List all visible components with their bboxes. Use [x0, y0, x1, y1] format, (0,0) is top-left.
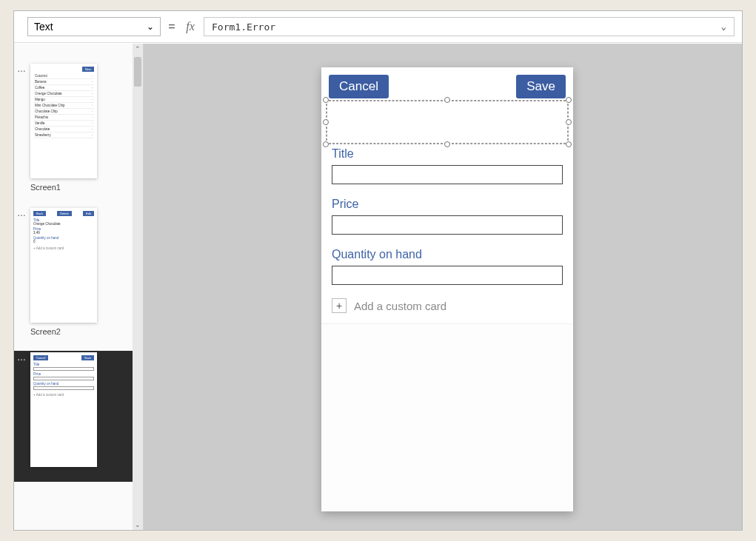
thumbnail-screen1[interactable]: New Coconut›Banana›Coffee›Orange Chocola… [30, 64, 97, 178]
thumb-back-button: Back [33, 211, 46, 216]
thumb-list-item: Mint Chocolate Chip› [33, 103, 94, 109]
plus-icon: + [332, 298, 347, 313]
thumb-list-item: Vanilla› [33, 121, 94, 127]
resize-handle[interactable] [566, 141, 572, 147]
thumb-price-val: 3.49 [33, 231, 94, 235]
resize-handle[interactable] [566, 119, 572, 125]
thumbnail-screen2[interactable]: Back Delete Edit Title Orange Chocolate … [30, 208, 97, 323]
thumbnail-screen2-label: Screen2 [30, 327, 133, 336]
resize-handle[interactable] [323, 141, 329, 147]
thumb3-price-label: Price [33, 372, 94, 376]
phone-screen[interactable]: Cancel Save [321, 67, 573, 511]
thumb3-add-card: + Add a custom card [33, 393, 94, 397]
thumb-list-item: Mango› [33, 97, 94, 103]
thumb-list-item: Orange Chocolate› [33, 91, 94, 97]
formula-bar: Text ⌄ = fx Form1.Error ⌄ [14, 11, 742, 43]
thumbnail-screen1-label: Screen1 [30, 183, 133, 192]
more-icon[interactable]: … [17, 64, 27, 74]
add-card-label: Add a custom card [354, 300, 446, 312]
chevron-down-icon: ⌄ [147, 21, 154, 32]
property-selector[interactable]: Text ⌄ [27, 17, 161, 36]
thumb3-qty-label: Quantity on hand [33, 382, 94, 386]
thumb-list-item: Chocolate Chip› [33, 109, 94, 115]
scroll-down-icon[interactable]: ⌄ [133, 520, 143, 530]
thumb-list-item: Coconut› [33, 73, 94, 79]
design-canvas[interactable]: Cancel Save [144, 44, 742, 530]
qty-label: Quantity on hand [332, 248, 563, 261]
property-name: Text [34, 21, 53, 33]
thumb-list-item: Banana› [33, 79, 94, 85]
scroll-up-icon[interactable]: ⌃ [133, 44, 143, 54]
phone-lower-blank [321, 323, 573, 511]
thumb3-title-input [33, 367, 94, 371]
qty-input[interactable] [332, 266, 563, 285]
thumb-list-item: Pistachio› [33, 115, 94, 121]
thumb-list-item: Coffee› [33, 85, 94, 91]
fx-icon: fx [183, 20, 198, 33]
thumb-title-val: Orange Chocolate [33, 222, 94, 226]
more-icon[interactable]: … [17, 208, 27, 218]
price-card[interactable]: Price [332, 198, 563, 235]
thumbnail-screen3-row[interactable]: … Cancel Save Title Price Quantity on ha… [14, 351, 133, 482]
title-card[interactable]: Title [332, 147, 563, 184]
more-icon[interactable]: … [17, 352, 27, 363]
quantity-card[interactable]: Quantity on hand [332, 248, 563, 285]
thumb-save-button: Save [81, 355, 94, 360]
thumb-cancel-button: Cancel [33, 355, 48, 360]
thumb-qty-val: 0 [33, 240, 94, 243]
thumb-list-item: Strawberry› [33, 132, 94, 138]
resize-handle[interactable] [566, 97, 572, 103]
form-body: Title Price Quantity on hand + Add a cus… [321, 137, 573, 323]
price-input[interactable] [332, 215, 563, 235]
thumb-new-button: New [82, 67, 94, 72]
chevron-down-icon[interactable]: ⌄ [721, 21, 726, 32]
thumb-edit-button: Edit [83, 211, 94, 216]
thumb-delete-button: Delete [57, 211, 72, 216]
scrollbar-thumb[interactable] [134, 57, 141, 87]
thumb3-title-label: Title [33, 363, 94, 366]
error-label-control[interactable] [329, 110, 566, 134]
thumb-list-item: Chocolate› [33, 127, 94, 132]
add-custom-card-button[interactable]: + Add a custom card [332, 298, 563, 313]
thumb3-qty-input [33, 386, 94, 390]
screen-thumbnails-panel: ⌃ ⌄ … New Coconut›Banana›Coffee›Orange C… [14, 44, 144, 530]
title-label: Title [332, 147, 563, 161]
thumb3-price-input [33, 377, 94, 380]
resize-handle[interactable] [323, 97, 329, 103]
formula-input[interactable]: Form1.Error ⌄ [204, 17, 735, 36]
scrollbar[interactable]: ⌃ ⌄ [133, 44, 143, 530]
thumb-add-card: + Add a custom card [33, 246, 94, 250]
resize-handle[interactable] [444, 97, 450, 103]
resize-handle[interactable] [323, 119, 329, 125]
cancel-button[interactable]: Cancel [329, 75, 389, 98]
formula-text: Form1.Error [212, 21, 275, 33]
save-button[interactable]: Save [516, 75, 566, 98]
title-input[interactable] [332, 165, 563, 184]
thumbnail-screen1-row[interactable]: … New Coconut›Banana›Coffee›Orange Choco… [14, 62, 133, 193]
price-label: Price [332, 198, 563, 211]
equals-symbol: = [167, 20, 177, 33]
thumbnail-screen2-row[interactable]: … Back Delete Edit Title Orange Chocolat… [14, 206, 133, 337]
resize-handle[interactable] [444, 141, 450, 147]
thumbnail-screen3[interactable]: Cancel Save Title Price Quantity on hand… [30, 352, 97, 467]
